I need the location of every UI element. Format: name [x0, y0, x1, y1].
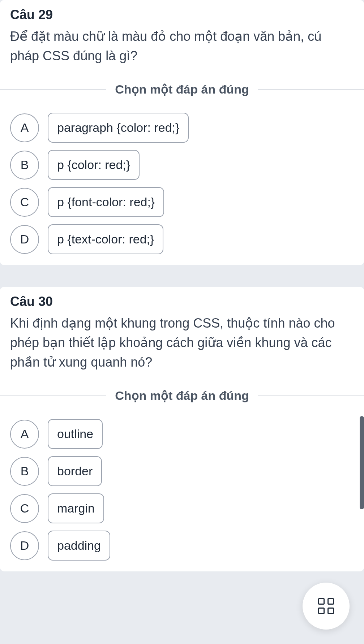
instruction-row: Chọn một đáp án đúng: [0, 388, 364, 403]
options-container: A outline B border C margin D padding: [0, 419, 364, 561]
option-text-d[interactable]: padding: [48, 531, 110, 561]
question-card-30: Câu 30 Khi định dạng một khung trong CSS…: [0, 287, 364, 571]
option-row-a: A paragraph {color: red;}: [10, 113, 354, 143]
option-letter-d[interactable]: D: [10, 225, 39, 254]
option-letter-c[interactable]: C: [10, 188, 39, 217]
divider-right: [258, 89, 364, 90]
option-row-c: C margin: [10, 493, 354, 523]
question-text: Khi định dạng một khung trong CSS, thuộc…: [10, 314, 354, 372]
option-row-c: C p {font-color: red;}: [10, 187, 354, 217]
option-letter-b[interactable]: B: [10, 457, 39, 486]
question-card-29: Câu 29 Để đặt màu chữ là màu đỏ cho một …: [0, 0, 364, 265]
option-text-d[interactable]: p {text-color: red;}: [48, 224, 163, 254]
divider-left: [0, 89, 106, 90]
scrollbar-thumb[interactable]: [360, 416, 364, 509]
option-text-b[interactable]: p {color: red;}: [48, 150, 140, 180]
option-text-a[interactable]: outline: [48, 419, 103, 449]
question-text: Để đặt màu chữ là màu đỏ cho một đoạn vă…: [10, 27, 354, 66]
option-letter-b[interactable]: B: [10, 151, 39, 180]
instruction-text: Chọn một đáp án đúng: [106, 388, 258, 403]
grid-menu-button[interactable]: [303, 583, 350, 593]
option-letter-a[interactable]: A: [10, 420, 39, 449]
option-row-a: A outline: [10, 419, 354, 449]
option-text-a[interactable]: paragraph {color: red;}: [48, 113, 189, 143]
option-letter-d[interactable]: D: [10, 531, 39, 560]
option-row-d: D padding: [10, 531, 354, 561]
options-container: A paragraph {color: red;} B p {color: re…: [0, 113, 364, 254]
option-letter-a[interactable]: A: [10, 113, 39, 142]
divider-right: [258, 396, 364, 396]
option-row-d: D p {text-color: red;}: [10, 224, 354, 254]
option-letter-c[interactable]: C: [10, 494, 39, 523]
option-row-b: B border: [10, 456, 354, 486]
divider-left: [0, 396, 106, 396]
question-number: Câu 29: [10, 7, 354, 22]
instruction-row: Chọn một đáp án đúng: [0, 82, 364, 96]
instruction-text: Chọn một đáp án đúng: [106, 82, 258, 96]
option-text-c[interactable]: p {font-color: red;}: [48, 187, 164, 217]
question-header: Câu 29 Để đặt màu chữ là màu đỏ cho một …: [0, 0, 364, 69]
option-text-b[interactable]: border: [48, 456, 102, 486]
option-row-b: B p {color: red;}: [10, 150, 354, 180]
question-number: Câu 30: [10, 294, 354, 309]
question-header: Câu 30 Khi định dạng một khung trong CSS…: [0, 287, 364, 376]
option-text-c[interactable]: margin: [48, 493, 104, 523]
